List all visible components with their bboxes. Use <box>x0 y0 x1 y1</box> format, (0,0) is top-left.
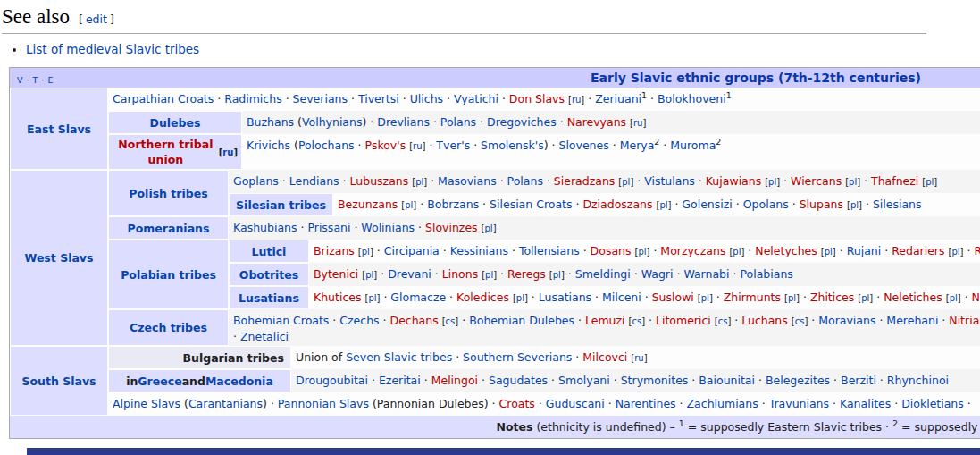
tribe-link[interactable]: Znetalici <box>240 330 289 343</box>
vte-talk-link[interactable]: t <box>33 75 38 85</box>
lang-tag[interactable]: [pl] <box>922 177 937 187</box>
lang-tag-link[interactable]: pl <box>638 247 646 257</box>
tribe-link[interactable]: Warnabi <box>683 267 729 281</box>
tribe-link[interactable]: Ulichs <box>410 92 443 105</box>
tribe-link[interactable]: Narevyans <box>567 115 626 129</box>
lang-tag-link[interactable]: pl <box>516 293 524 303</box>
tribe-link[interactable]: Morzyczans <box>660 244 725 257</box>
tribe-link[interactable]: Linons <box>442 267 478 281</box>
lang-tag[interactable]: [cs] <box>715 316 732 326</box>
tribe-link[interactable]: Glomacze <box>390 291 446 304</box>
lang-tag-link[interactable]: cs <box>795 316 805 326</box>
lang-tag-link[interactable]: pl <box>553 270 561 280</box>
tribe-link[interactable]: Suslowi <box>652 291 694 304</box>
tribe-link[interactable]: Lusatians <box>539 291 591 304</box>
lang-tag-link[interactable]: pl <box>849 177 857 187</box>
tribe-link[interactable]: Polabian tribes <box>121 267 216 282</box>
lang-tag[interactable]: [pl] <box>847 200 862 210</box>
lang-tag[interactable]: [pl] <box>634 247 649 257</box>
navbox-title-link[interactable]: Early Slavic ethnic groups (7th-12th cen… <box>591 71 921 85</box>
lang-tag-link[interactable]: pl <box>365 270 373 280</box>
lang-tag[interactable]: [pl] <box>858 293 873 303</box>
lang-tag-link[interactable]: cs <box>446 316 456 326</box>
tribe-link[interactable]: Dechans <box>390 314 439 327</box>
lang-tag[interactable]: [pl] <box>482 270 497 280</box>
lang-tag[interactable]: [pl] <box>729 247 744 257</box>
tribe-link[interactable]: Smolyani <box>558 374 610 387</box>
lang-tag-link[interactable]: pl <box>951 247 959 257</box>
tribe-link[interactable]: Koledices <box>456 291 509 304</box>
tribe-link[interactable]: Northern tribal union <box>113 137 219 167</box>
lang-tag-link[interactable]: ru <box>633 118 642 128</box>
tribe-link[interactable]: Sieradzans <box>554 174 616 188</box>
tribe-link[interactable]: Bezunzans <box>338 198 398 211</box>
tribe-link[interactable]: Krivichs <box>247 139 290 152</box>
tribe-link[interactable]: Polans <box>440 115 476 129</box>
tribe-link[interactable]: Luchans <box>741 314 788 327</box>
tribe-link[interactable]: Strymonites <box>621 374 689 387</box>
tribe-link[interactable]: Lubuszans <box>350 174 409 188</box>
tribe-link[interactable]: Croats <box>499 397 535 410</box>
tribe-link[interactable]: Alpine Slavs <box>113 397 180 410</box>
tribe-link[interactable]: Kujawians <box>706 174 761 188</box>
tribe-link[interactable]: Kessinians <box>450 244 508 257</box>
tribe-link[interactable]: Wolinians <box>361 221 415 234</box>
tribe-link[interactable]: Dosans <box>591 244 632 257</box>
tribe-link[interactable]: Pomeranians <box>128 221 210 236</box>
tribe-link[interactable]: Litomerici <box>656 314 711 327</box>
tribe-link[interactable]: Slupans <box>800 198 843 211</box>
lang-tag-link[interactable]: pl <box>405 200 413 210</box>
tribe-link[interactable]: Drevlians <box>377 115 430 129</box>
tribe-link[interactable]: Tivertsi <box>358 92 399 105</box>
group-link-south-slavs[interactable]: South Slavs <box>21 374 96 389</box>
group-link-east-slavs[interactable]: East Slavs <box>27 122 91 137</box>
edit-link[interactable]: edit <box>86 13 107 26</box>
tribe-link[interactable]: Khutices <box>314 291 362 304</box>
tribe-link[interactable]: Narentines <box>616 397 676 410</box>
tribe-link[interactable]: Slovenes <box>558 139 608 152</box>
tribe-link[interactable]: Smolensk's <box>481 139 544 152</box>
tribe-link[interactable]: Redariers <box>892 244 944 257</box>
tribe-link[interactable]: Diokletians <box>901 397 964 410</box>
lang-tag[interactable]: [pl] <box>401 200 416 210</box>
tribe-link[interactable]: Re <box>974 244 980 257</box>
tribe-link[interactable]: Polans <box>507 174 543 188</box>
tribe-link[interactable]: Lemuzi <box>585 314 625 327</box>
lang-tag[interactable]: [ru] <box>631 353 647 363</box>
tribe-link[interactable]: Polochans <box>298 139 355 152</box>
tribe-link[interactable]: Baiounitai <box>699 374 755 387</box>
lang-tag-link[interactable]: pl <box>825 247 833 257</box>
tribe-link[interactable]: Travunians <box>769 397 829 410</box>
lang-tag-link[interactable]: ru <box>413 141 422 151</box>
tribe-link[interactable]: Guduscani <box>546 397 605 410</box>
tribe-link[interactable]: Nitrians <box>949 314 980 327</box>
lang-tag[interactable]: [cs] <box>629 316 646 326</box>
tribe-link[interactable]: Belegezites <box>766 374 830 387</box>
tribe-link[interactable]: Silesian tribes <box>236 198 326 213</box>
tribe-link[interactable]: Circipania <box>384 244 440 257</box>
lang-tag[interactable]: [pl] <box>784 293 800 303</box>
lang-tag-link[interactable]: cs <box>632 316 641 326</box>
lang-tag[interactable]: [pl] <box>949 247 964 257</box>
tribe-link[interactable]: Bytenici <box>314 267 358 281</box>
tribe-link[interactable]: Rujani <box>847 244 882 257</box>
tribe-link[interactable]: Niz <box>972 291 980 304</box>
lang-tag-link[interactable]: ru <box>572 95 581 105</box>
lang-tag-link[interactable]: ru <box>222 147 233 157</box>
lang-tag[interactable]: [ru] <box>219 145 238 160</box>
lang-tag-link[interactable]: pl <box>788 293 796 303</box>
tribe-link[interactable]: Czechs <box>339 314 379 327</box>
lang-tag[interactable]: [cs] <box>792 316 808 326</box>
lang-tag-link[interactable]: pl <box>368 293 376 303</box>
tribe-link[interactable]: Polish tribes <box>129 186 207 201</box>
lang-tag-link[interactable]: pl <box>485 223 493 233</box>
tribe-link[interactable]: Brizans <box>314 244 355 257</box>
tribe-link[interactable]: Drougoubitai <box>296 374 368 387</box>
tribe-link[interactable]: Buzhans <box>247 115 294 129</box>
lang-tag[interactable]: [cs] <box>442 316 459 326</box>
tribe-link[interactable]: Zachlumians <box>687 397 758 410</box>
lang-tag-link[interactable]: pl <box>362 247 370 257</box>
tribe-link[interactable]: Moravians <box>818 314 875 327</box>
tribe-link[interactable]: Volhynians <box>302 115 363 129</box>
tribe-link[interactable]: Seven Slavic tribes <box>346 350 452 364</box>
